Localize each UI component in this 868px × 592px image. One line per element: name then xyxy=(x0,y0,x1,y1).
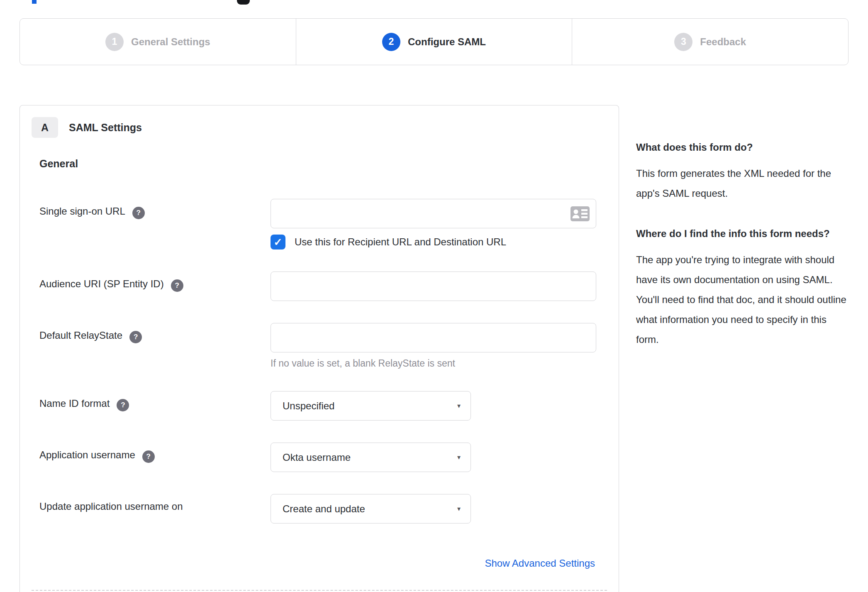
relaystate-input[interactable] xyxy=(271,323,596,352)
sidebar-section-where: Where do I find the info this form needs… xyxy=(636,224,848,350)
update-username-select[interactable]: Create and update ▾ xyxy=(271,494,471,524)
audience-uri-input[interactable] xyxy=(271,272,596,301)
field-row-app-username: Application username ? Okta username ▾ xyxy=(39,443,619,472)
section-a-badge: A xyxy=(32,117,58,138)
show-advanced-settings-link[interactable]: Show Advanced Settings xyxy=(485,558,595,569)
relaystate-hint: If no value is set, a blank RelayState i… xyxy=(271,358,596,369)
field-row-sso-url: Single sign-on URL ? xyxy=(39,199,619,250)
saml-form: Single sign-on URL ? xyxy=(32,199,619,569)
field-label-text: Single sign-on URL xyxy=(39,205,125,217)
field-label: Application username ? xyxy=(39,443,271,472)
field-row-relaystate: Default RelayState ? If no value is set,… xyxy=(39,323,619,369)
nameid-format-select[interactable]: Unspecified ▾ xyxy=(271,391,471,421)
recipient-url-checkbox-row: ✓ Use this for Recipient URL and Destina… xyxy=(271,235,596,250)
step-general-settings[interactable]: 1 General Settings xyxy=(20,19,296,65)
step-feedback[interactable]: 3 Feedback xyxy=(572,19,848,65)
field-row-update-username: Update application username on Create an… xyxy=(39,494,619,524)
field-label: Name ID format ? xyxy=(39,391,271,421)
contact-card-icon[interactable] xyxy=(571,206,590,223)
field-label-text: Audience URI (SP Entity ID) xyxy=(39,278,164,290)
main-content: A SAML Settings General Single sign-on U… xyxy=(20,105,848,592)
sidebar-body: This form generates the XML needed for t… xyxy=(636,164,848,203)
field-label-text: Application username xyxy=(39,449,135,461)
field-label-text: Default RelayState xyxy=(39,330,122,341)
step-number-badge: 2 xyxy=(382,33,400,51)
step-number-badge: 3 xyxy=(674,33,692,51)
step-label: Configure SAML xyxy=(408,36,486,48)
section-title: SAML Settings xyxy=(69,122,142,134)
panel-bottom-dashed-divider xyxy=(32,590,607,591)
chevron-down-icon: ▾ xyxy=(457,402,461,410)
step-configure-saml[interactable]: 2 Configure SAML xyxy=(296,19,572,65)
field-control xyxy=(271,272,596,301)
field-control: Create and update ▾ xyxy=(271,494,471,524)
step-number-badge: 1 xyxy=(105,33,124,51)
help-icon[interactable]: ? xyxy=(132,207,145,219)
select-value: Create and update xyxy=(283,503,365,515)
field-label: Audience URI (SP Entity ID) ? xyxy=(39,272,271,301)
sso-url-input[interactable] xyxy=(271,199,596,228)
field-label-text: Update application username on xyxy=(39,501,183,512)
chevron-down-icon: ▾ xyxy=(457,505,461,513)
field-control: Okta username ▾ xyxy=(271,443,471,472)
help-icon[interactable]: ? xyxy=(129,331,142,343)
field-control: If no value is set, a blank RelayState i… xyxy=(271,323,596,369)
field-label: Update application username on xyxy=(39,494,271,524)
saml-settings-panel: A SAML Settings General Single sign-on U… xyxy=(20,105,619,592)
help-icon[interactable]: ? xyxy=(142,450,155,463)
field-label-text: Name ID format xyxy=(39,398,110,409)
help-sidebar: What does this form do? This form genera… xyxy=(636,105,848,350)
cutoff-black-fragment xyxy=(237,0,250,5)
recipient-url-checkbox-label: Use this for Recipient URL and Destinati… xyxy=(295,236,506,248)
general-group-title: General xyxy=(39,158,619,170)
recipient-url-checkbox[interactable]: ✓ xyxy=(271,235,285,250)
step-label: General Settings xyxy=(131,36,210,48)
field-row-nameid-format: Name ID format ? Unspecified ▾ xyxy=(39,391,619,421)
advanced-settings-row: Show Advanced Settings xyxy=(32,558,595,569)
step-label: Feedback xyxy=(700,36,746,48)
field-row-audience-uri: Audience URI (SP Entity ID) ? xyxy=(39,272,619,301)
select-value: Unspecified xyxy=(283,400,334,412)
field-label: Default RelayState ? xyxy=(39,323,271,369)
sidebar-heading: Where do I find the info this form needs… xyxy=(636,224,848,243)
sidebar-section-what: What does this form do? This form genera… xyxy=(636,138,848,203)
sidebar-body: The app you're trying to integrate with … xyxy=(636,250,848,350)
chevron-down-icon: ▾ xyxy=(457,453,461,461)
sidebar-heading: What does this form do? xyxy=(636,138,848,157)
field-control: ✓ Use this for Recipient URL and Destina… xyxy=(271,199,596,250)
field-control: Unspecified ▾ xyxy=(271,391,471,421)
help-icon[interactable]: ? xyxy=(171,279,183,292)
cutoff-blue-fragment xyxy=(32,0,37,4)
help-icon[interactable]: ? xyxy=(117,399,129,411)
select-value: Okta username xyxy=(283,452,351,463)
app-username-select[interactable]: Okta username ▾ xyxy=(271,443,471,472)
field-label: Single sign-on URL ? xyxy=(39,199,271,250)
section-header: A SAML Settings xyxy=(32,117,619,138)
wizard-stepper: 1 General Settings 2 Configure SAML 3 Fe… xyxy=(20,18,848,65)
